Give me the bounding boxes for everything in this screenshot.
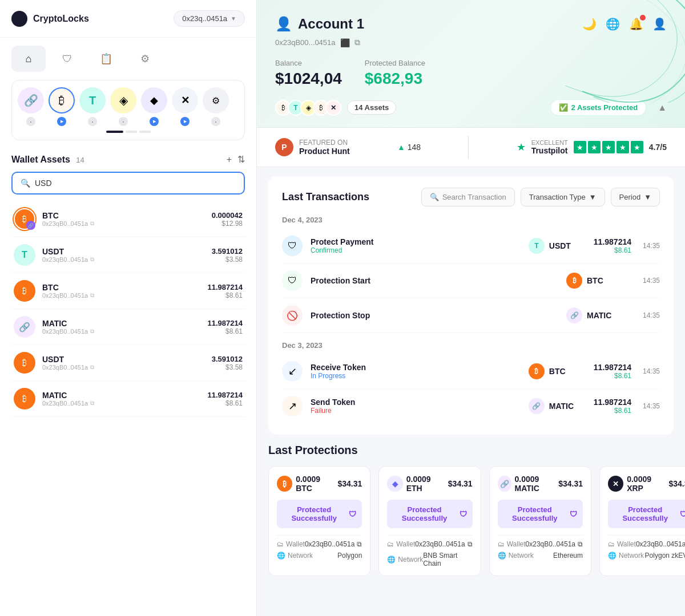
asset-addr: 0x23qB0..0451a ⧉: [42, 364, 205, 371]
carousel-token-2[interactable]: ₿ ▶: [49, 87, 75, 126]
protection-card-header: 🔗 0.0009 MATIC $34.31: [498, 475, 583, 493]
trustpilot-info: EXCELLENT Trustpilot: [531, 139, 568, 155]
tx-type-icon-protection-stop: 🚫: [282, 305, 303, 326]
prot-amount: $34.31: [448, 479, 473, 488]
asset-addr: 0x23qB0..0451a ⧉: [42, 256, 205, 263]
sort-assets-button[interactable]: ⇅: [237, 154, 245, 165]
list-item: ₿ MATIC 0x23qB0..0451a ⧉ 11.987214 $8.61: [11, 381, 245, 417]
transaction-type-filter[interactable]: Transaction Type ▼: [521, 188, 605, 206]
wallet-search-input[interactable]: [35, 179, 236, 188]
asset-info: USDT 0x23qB0..0451a ⧉: [42, 247, 205, 263]
search-icon: 🔍: [430, 193, 439, 201]
transactions-header: Last Transactions 🔍 Search Transaction T…: [282, 188, 660, 206]
logo-area: CryptoLocks: [11, 11, 89, 27]
token-icon-wrap: ₿: [49, 87, 75, 114]
token-play-icon: ▶: [180, 117, 190, 126]
asset-amounts: 11.987214 $8.61: [208, 319, 243, 335]
balance-value: $1024,04: [275, 70, 342, 88]
asset-usd: $8.61: [208, 399, 243, 407]
prot-wallet-row: 🗂 Wallet 0x23qB0..0451a ⧉: [387, 540, 472, 548]
nav-tab-shield[interactable]: 🛡: [50, 46, 84, 72]
asset-info: BTC 0x23qB0..0451a ⧉: [42, 283, 201, 299]
carousel-token-7[interactable]: ⚙ •: [203, 87, 229, 126]
carousel-token-6[interactable]: ✕ ▶: [172, 87, 198, 126]
period-filter[interactable]: Period ▼: [611, 188, 660, 206]
tx-type-name: Send Token: [311, 398, 521, 407]
language-button[interactable]: 🌐: [606, 17, 620, 31]
carousel-dot-2: [126, 131, 137, 133]
nav-tab-home[interactable]: ⌂: [11, 46, 46, 72]
copy-icon[interactable]: ⧉: [90, 364, 94, 371]
account-icon: 👤: [275, 16, 292, 32]
nav-tab-list[interactable]: 📋: [89, 46, 123, 72]
token-indicator: •: [88, 117, 97, 126]
protection-card-btc: ₿ 0.0009 BTC $34.31 Protected Successful…: [268, 466, 370, 576]
protected-successfully-button[interactable]: Protected Successfully 🛡: [387, 500, 472, 528]
carousel-token-5[interactable]: ◆ ▶: [141, 87, 167, 126]
tx-type-icon-protection-start: 🛡: [282, 270, 303, 291]
transactions-section: Last Transactions 🔍 Search Transaction T…: [268, 176, 674, 435]
dark-mode-button[interactable]: 🌙: [582, 17, 597, 31]
tx-amounts: 11.987214 $8.61: [594, 363, 631, 380]
nav-tab-settings[interactable]: ⚙: [128, 46, 162, 72]
product-hunt-area: P FEATURED ON Product Hunt: [275, 138, 350, 156]
prot-network-row: 🌐 Network Polygon: [277, 552, 362, 560]
copy-icon[interactable]: ⧉: [90, 256, 94, 263]
asset-info: USDT 0x23qB0..0451a ⧉: [42, 355, 205, 371]
copy-icon[interactable]: ⧉: [90, 292, 94, 299]
tx-type-name: Receive Token: [311, 363, 521, 372]
copy-icon[interactable]: ⧉: [578, 540, 583, 548]
carousel-token-4[interactable]: ◈ •: [110, 87, 136, 126]
wallet-search-box[interactable]: 🔍: [11, 172, 245, 194]
profile-button[interactable]: 👤: [652, 17, 667, 31]
transaction-search[interactable]: 🔍 Search Transaction: [421, 188, 515, 206]
tx-status-failure: Failure: [311, 407, 521, 415]
add-asset-button[interactable]: +: [227, 154, 232, 165]
protection-card-header: ◆ 0.0009 ETH $34.31: [387, 475, 472, 493]
prot-network-val: Polygon zkEVM: [645, 552, 685, 560]
collapse-card-button[interactable]: ▲: [658, 103, 667, 113]
divider: [608, 535, 685, 536]
asset-icon-stack-xrp: ✕: [325, 100, 341, 116]
prot-wallet-val: 0x23qB0..0451a ⧉: [636, 540, 685, 548]
copy-icon[interactable]: ⧉: [90, 328, 94, 335]
tx-type-icon-send: ↗: [282, 396, 303, 416]
list-item: ₿ 🔗 BTC 0x23qB0..0451a ⧉ 0.000042 $12.98: [11, 201, 245, 237]
app-name: CryptoLocks: [33, 14, 89, 24]
star-2: ★: [588, 141, 601, 153]
shield-icon: 🛡: [349, 510, 356, 518]
tx-amount: 11.987214: [594, 398, 631, 407]
account-selector[interactable]: 0x23q..0451a ▼: [174, 10, 245, 27]
asset-icon-usdt2: ₿: [14, 352, 35, 374]
protected-successfully-button[interactable]: Protected Successfully 🛡: [498, 500, 583, 528]
copy-icon[interactable]: ⧉: [90, 400, 94, 407]
balance-item: Balance $1024,04: [275, 59, 342, 88]
prot-network-label: 🌐 Network: [387, 556, 423, 564]
tx-amounts: 11.987214 $8.61: [594, 237, 631, 254]
copy-icon[interactable]: ⧉: [468, 540, 473, 548]
notifications-button[interactable]: 🔔: [629, 17, 643, 31]
tx-type-name: Protection Stop: [311, 311, 558, 320]
tx-coin: ₿ BTC: [529, 363, 586, 379]
account-title-row: 👤 Account 1 🌙 🌐 🔔 👤: [275, 16, 667, 32]
balance-label: Balance: [275, 59, 342, 67]
chevron-down-icon: ▼: [644, 193, 651, 201]
prot-amount: $34.31: [558, 479, 583, 488]
copy-icon[interactable]: ⧉: [90, 220, 94, 227]
asset-usd: $3.58: [212, 256, 243, 264]
protected-successfully-button[interactable]: Protected Successfully 🛡: [608, 500, 685, 528]
sidebar-header: CryptoLocks 0x23q..0451a ▼: [0, 0, 256, 38]
copy-icon[interactable]: ⧉: [357, 540, 362, 548]
prot-coin-xrp: ✕ 0.0009 XRP: [608, 475, 669, 493]
token-play-icon: ▶: [150, 117, 159, 126]
qr-code-button[interactable]: ⬛: [340, 38, 350, 47]
protected-successfully-button[interactable]: Protected Successfully 🛡: [277, 500, 362, 528]
address-copy-button[interactable]: ⧉: [354, 38, 360, 47]
asset-info: BTC 0x23qB0..0451a ⧉: [42, 211, 205, 227]
prot-network-label: 🌐 Network: [498, 552, 534, 560]
divider: [387, 535, 472, 536]
wallet-header: Wallet Assets 14 + ⇅: [11, 154, 245, 165]
carousel-token-1[interactable]: 🔗 •: [18, 87, 44, 126]
carousel-token-3[interactable]: T •: [79, 87, 106, 126]
tx-time: 14:35: [639, 277, 660, 285]
